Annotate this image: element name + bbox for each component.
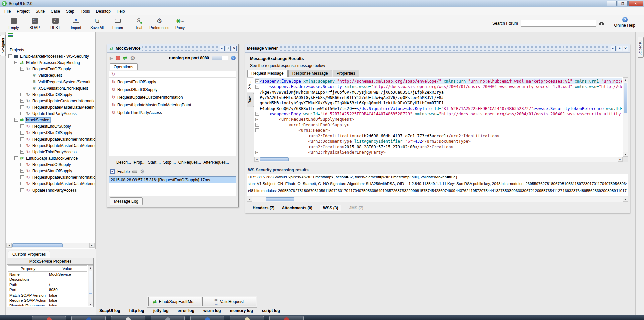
mock-bottom-tab[interactable]: Stop ... — [163, 160, 176, 165]
save-all-button[interactable]: Save All — [87, 16, 107, 30]
inspector-tab[interactable]: Inspector — [638, 37, 644, 58]
log-tab[interactable]: jetty log — [153, 308, 169, 313]
tree-item[interactable]: RequestStartOfSupply — [6, 91, 95, 98]
mock-bottom-tab[interactable]: OnReques... — [178, 160, 201, 165]
fold-toggle-icon[interactable] — [255, 128, 260, 132]
tree-expander-icon[interactable] — [19, 105, 25, 109]
wss-horizontal-scrollbar[interactable]: ◄ ► — [247, 197, 628, 202]
message-tab[interactable]: Properties — [333, 70, 359, 77]
property-row[interactable]: Dispatch Responses false — [8, 303, 87, 306]
tree-item[interactable]: RequestUpdateCustomerInformation — [6, 174, 95, 180]
scroll-up-arrow-icon[interactable]: ▲ — [88, 265, 93, 270]
log-tab[interactable]: http log — [129, 308, 144, 313]
tree-item[interactable]: ElhubSoapFaultMockService — [6, 155, 95, 161]
forum-button[interactable]: Forum — [107, 16, 128, 30]
fold-toggle-icon[interactable] — [255, 123, 260, 127]
tree-item[interactable]: UpdateThirdPartyAccess — [6, 110, 95, 117]
custom-properties-tab[interactable]: Custom Properties — [8, 251, 50, 258]
inspector-tab-button[interactable]: JMS (7) — [349, 206, 363, 210]
tree-expander-icon[interactable] — [19, 112, 25, 115]
menu-item[interactable]: Case — [48, 8, 63, 15]
tree-expander-icon[interactable] — [19, 124, 25, 128]
stop-mockservice-icon[interactable] — [116, 56, 120, 60]
scroll-down-arrow-icon[interactable]: ▼ — [88, 302, 93, 306]
tree-item[interactable]: ValidRequest-System/Securit — [6, 78, 95, 85]
message-log-tab[interactable]: Message Log — [110, 197, 143, 205]
inspector-tab-button[interactable]: Headers (7) — [253, 206, 274, 210]
scrollbar-thumb[interactable] — [260, 157, 289, 161]
inspector-tab-button[interactable]: WSS (3) — [320, 205, 341, 211]
close-button[interactable]: ✕ — [628, 1, 643, 6]
scroll-right-arrow-icon[interactable]: ► — [89, 243, 94, 248]
tree-expander-icon[interactable] — [19, 67, 25, 71]
tree-expander-icon[interactable] — [19, 137, 25, 141]
editor-view-tab[interactable]: XML — [247, 78, 254, 92]
tree-expander-icon[interactable] — [19, 188, 25, 192]
close-icon[interactable]: ✕ — [232, 46, 237, 51]
property-value-cell[interactable]: false — [48, 304, 87, 306]
minimize-button[interactable]: — — [607, 1, 617, 6]
drag-grip[interactable] — [149, 298, 151, 305]
scroll-left-arrow-icon[interactable]: ◄ — [7, 243, 12, 248]
property-row[interactable]: Path / — [8, 282, 87, 287]
taskbar-app-button[interactable] — [111, 316, 145, 320]
tree-item[interactable]: RequestEndOfSupply — [6, 161, 95, 168]
tree-item[interactable]: Projects — [6, 47, 95, 53]
tree-item[interactable]: RequestStartOfSupply — [6, 168, 95, 174]
property-row[interactable]: Description — [8, 277, 87, 282]
mockservice-window-titlebar[interactable]: MockService ↙ ↗ ✕ — [107, 44, 238, 53]
maximize-icon[interactable]: ↗ — [226, 46, 231, 51]
menu-item[interactable]: Desktop — [93, 8, 114, 15]
message-tab[interactable]: Request Message — [247, 70, 288, 77]
tree-expander-icon[interactable] — [19, 182, 25, 185]
tree-options-icon[interactable] — [8, 33, 13, 37]
mock-bottom-tab[interactable]: Prop... — [133, 160, 145, 165]
property-value-cell[interactable]: MockService — [48, 272, 87, 276]
log-options-gear-icon[interactable] — [140, 168, 144, 175]
property-row[interactable]: Port 8080 — [8, 287, 87, 293]
scroll-right-arrow-icon[interactable]: ► — [618, 157, 623, 162]
enable-checkbox[interactable]: ✔ — [110, 169, 115, 174]
scroll-left-arrow-icon[interactable]: ◄ — [254, 157, 259, 162]
tree-item[interactable]: RequestEndOfSupply — [6, 66, 95, 72]
property-value-cell[interactable]: false — [48, 293, 87, 297]
dock-icon[interactable]: ↙ — [220, 46, 225, 51]
property-value-cell[interactable]: 8080 — [48, 288, 87, 292]
menu-item[interactable]: Help — [114, 8, 128, 15]
taskbar-app-button[interactable] — [71, 316, 106, 320]
property-row[interactable]: Name MockService — [8, 272, 87, 277]
log-tab[interactable]: error log — [178, 308, 194, 313]
scroll-left-arrow-icon[interactable]: ◄ — [247, 197, 252, 202]
mock-bottom-tab[interactable]: Start ... — [148, 160, 161, 165]
operation-item[interactable]: RequestStartOfSupply — [109, 86, 236, 93]
tree-item[interactable]: UpdateThirdPartyAccess — [6, 149, 95, 155]
tree-expander-icon[interactable] — [19, 169, 25, 173]
minimized-window-button[interactable]: ElhubSoapFaultMo... — [148, 297, 201, 306]
tree-expander-icon[interactable] — [7, 54, 13, 58]
mock-bottom-tab[interactable]: Descri... — [116, 160, 131, 165]
log-tab[interactable]: SoapUI log — [99, 308, 120, 313]
editor-vertical-scrollbar[interactable]: ▲ ▼ — [623, 77, 628, 157]
menu-item[interactable]: Project — [14, 8, 32, 15]
tree-horizontal-scrollbar[interactable]: ◄ ► — [6, 243, 95, 248]
clear-log-eraser-icon[interactable] — [132, 170, 138, 173]
menu-item[interactable]: Tools — [77, 8, 93, 15]
search-forum-input[interactable] — [521, 20, 596, 27]
maximize-icon[interactable]: ↗ — [617, 46, 622, 51]
properties-vertical-scrollbar[interactable]: ▲ ▼ — [88, 265, 93, 306]
wss-results-box[interactable]: T07:58:15.283Z</wsu:Expires></wsu:Timest… — [247, 174, 628, 196]
tree-item[interactable]: RequestUpdateCustomerInformation — [6, 98, 95, 104]
message-viewer-titlebar[interactable]: Message Viewer ↙ ↗ ✕ — [245, 44, 630, 53]
dock-icon[interactable]: ↙ — [611, 46, 616, 51]
proxy-button[interactable]: Proxy — [170, 16, 191, 30]
tree-expander-icon[interactable] — [13, 118, 19, 122]
tree-expander-icon[interactable] — [19, 99, 25, 103]
online-help-button[interactable]: ? Online Help — [614, 17, 635, 28]
navigator-tab[interactable]: Navigator — [0, 35, 6, 56]
tree-expander-icon[interactable] — [13, 156, 19, 160]
tree-item[interactable]: RequestEndOfSupply — [6, 123, 95, 129]
menu-item[interactable]: Step — [63, 8, 77, 15]
taskbar-app-button[interactable] — [190, 316, 224, 320]
tree-item[interactable]: MockService — [6, 117, 95, 123]
tree-item[interactable]: UpdateThirdPartyAccess — [6, 187, 95, 193]
